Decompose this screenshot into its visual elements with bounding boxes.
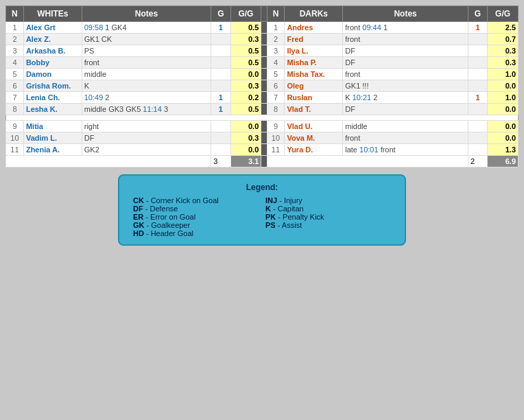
spacer-row [6,115,519,121]
dark-goals: 1 [468,92,487,104]
dark-notes: DF [343,104,468,115]
table-row: 8Lesha K.middle GK3 GK5 11:14 310.58Vlad… [6,104,519,115]
white-name: Alex Grt [23,22,82,34]
dark-gg: 0.0 [488,132,519,144]
legend-item: K - Capitan [265,205,391,213]
table-row: 11Zhenia A.GK20.011Yura D.late 10:01 fro… [6,144,519,156]
legend-key: PK [265,213,276,221]
footer-whites-label [6,156,211,167]
footer-darks-gg: 6.9 [488,156,519,167]
footer-row: 3 3.1 2 6.9 [6,156,519,167]
dark-goals [468,69,487,80]
divider-cell [261,121,267,132]
dark-name: Fred [285,34,343,45]
white-notes: K [82,80,211,92]
legend-item: GK - Goalkeeper [133,221,259,229]
white-name: Grisha Rom. [23,80,82,92]
divider-cell [261,69,267,80]
dark-notes: GK1 !!! [343,80,468,92]
white-notes: DF [82,132,211,144]
divider-cell [261,132,267,144]
dark-notes: DF [343,45,468,57]
white-number: 9 [6,121,24,132]
dark-notes: front [343,34,468,45]
legend-box: Legend: CK - Corner Kick on GoalDF - Def… [118,174,406,246]
white-notes: 10:49 2 [82,92,211,104]
white-gg: 0.3 [230,80,261,92]
dark-goals [468,80,487,92]
dark-name: Vlad U. [285,121,343,132]
dark-number: 3 [267,45,285,57]
white-name: Vadim L. [23,132,82,144]
white-name: Lesha K. [23,104,82,115]
dark-name: Ilya L. [285,45,343,57]
header-n-left: N [6,6,24,22]
legend-item: DF - Defense [133,205,259,213]
dark-gg: 1.0 [488,69,519,80]
dark-gg: 0.3 [488,57,519,69]
dark-name: Vlad T. [285,104,343,115]
legend-left-col: CK - Corner Kick on GoalDF - DefenseER -… [133,196,259,237]
dark-name: Ruslan [285,92,343,104]
white-number: 6 [6,80,24,92]
table-row: 2Alex Z.GK1 CK0.32Fredfront0.7 [6,34,519,45]
dark-notes: front [343,132,468,144]
legend-item: ER - Error on Goal [133,213,259,221]
divider-cell [261,92,267,104]
dark-gg: 1.3 [488,144,519,156]
white-notes: middle GK3 GK5 11:14 3 [82,104,211,115]
white-gg: 0.5 [230,45,261,57]
dark-gg: 0.7 [488,34,519,45]
white-goals [211,132,230,144]
legend-key: PS [265,221,276,229]
header-gg-left: G/G [230,6,261,22]
white-number: 5 [6,69,24,80]
white-gg: 0.5 [230,22,261,34]
header-whites: WHITEs [23,6,82,22]
dark-notes: middle [343,121,468,132]
dark-goals: 1 [468,22,487,34]
dark-number: 1 [267,22,285,34]
header-g-left: G [211,6,230,22]
white-notes: front [82,57,211,69]
legend-key: CK [133,196,144,205]
header-darks: DARKs [285,6,343,22]
white-number: 2 [6,34,24,45]
dark-notes: front [343,69,468,80]
white-number: 1 [6,22,24,34]
divider-cell [261,34,267,45]
dark-number: 6 [267,80,285,92]
white-number: 10 [6,132,24,144]
white-goals [211,144,230,156]
table-row: 7Lenia Ch.10:49 210.27RuslanK 10:21 211.… [6,92,519,104]
legend-item: CK - Corner Kick on Goal [133,196,259,205]
dark-name: Misha P. [285,57,343,69]
white-goals [211,34,230,45]
header-notes-left: Notes [82,6,211,22]
legend-key: K [265,205,271,213]
legend-key: HD [133,229,144,237]
dark-goals [468,144,487,156]
dark-goals [468,45,487,57]
white-notes: right [82,121,211,132]
divider-cell [261,144,267,156]
divider-cell [261,80,267,92]
white-gg: 0.0 [230,121,261,132]
legend-grid: CK - Corner Kick on GoalDF - DefenseER -… [133,196,391,237]
legend-key: GK [133,221,145,229]
dark-name: Oleg [285,80,343,92]
table-body: 1Alex Grt09:58 1 GK410.51Andresfront 09:… [6,22,519,156]
divider-cell [261,45,267,57]
legend-key: ER [133,213,143,221]
divider-cell [261,57,267,69]
table-row: 4Bobbyfront0.54Misha P.DF0.3 [6,57,519,69]
white-goals [211,57,230,69]
white-number: 3 [6,45,24,57]
white-notes: GK1 CK [82,34,211,45]
white-gg: 0.3 [230,34,261,45]
legend-key: INJ [265,196,277,205]
legend-title: Legend: [133,183,391,192]
white-gg: 0.5 [230,104,261,115]
main-scoretable: N WHITEs Notes G G/G N DARKs Notes G G/G… [5,5,519,167]
footer-whites-goals: 3 [211,156,230,167]
